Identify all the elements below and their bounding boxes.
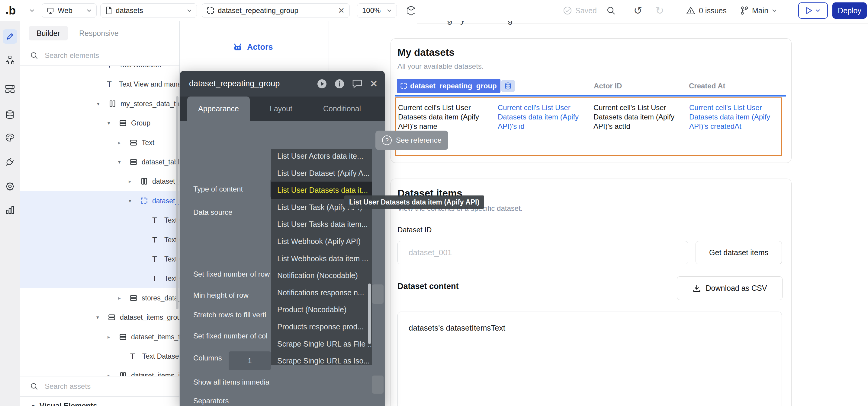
zoom-level: 100% (362, 6, 380, 15)
tree-item-text-view-and-mana[interactable]: T Text View and mana... (20, 74, 179, 94)
close-panel-icon[interactable]: ✕ (370, 78, 377, 89)
data-source-chip[interactable] (501, 80, 515, 92)
sitemap-icon[interactable] (0, 55, 20, 65)
dropdown-scrollbar[interactable] (368, 283, 371, 344)
get-dataset-items-button[interactable]: Get dataset items (695, 241, 782, 264)
database-icon[interactable] (0, 110, 20, 120)
branch-label: Main (752, 6, 768, 15)
download-csv-button[interactable]: Download as CSV (677, 276, 782, 300)
zoom-select[interactable]: 100% (357, 3, 397, 18)
tree-item-dataset-items-group[interactable]: ▾ dataset_items_group (20, 308, 179, 327)
tree-item-text-datasets[interactable]: T Text Datasets (20, 66, 179, 74)
plug-icon[interactable] (0, 158, 20, 167)
search-icon[interactable] (607, 0, 616, 21)
deploy-button[interactable]: Deploy (832, 2, 867, 19)
visual-elements-section[interactable]: ▾ Visual Elements (20, 397, 179, 406)
tree-item-dataset-re[interactable]: ▾ dataset_re... (20, 191, 179, 210)
chevron-down-icon[interactable]: ▾ (107, 120, 119, 126)
tab-layout[interactable]: Layout (270, 97, 292, 121)
tree-item-dataset-ta[interactable]: ▸ dataset_ta... (20, 172, 179, 191)
tab-appearance[interactable]: Appearance (187, 97, 250, 121)
dropdown-option[interactable]: Scrape Single URL as Iso... (271, 352, 372, 365)
repeating-group-cell[interactable]: Current cell's List User Datasets data i… (498, 103, 585, 131)
tab-responsive[interactable]: Responsive (79, 26, 119, 40)
chevron-right-icon[interactable]: ▸ (118, 140, 130, 146)
panel-header[interactable]: dataset_repeating_group ✕ (180, 71, 385, 97)
tree-item-text[interactable]: ▸ Text (20, 133, 179, 152)
search-assets-input[interactable]: Search assets (20, 376, 179, 397)
close-tab-icon[interactable]: ✕ (338, 6, 345, 15)
dropdown-option[interactable]: Scrape Single URL as File ... (271, 335, 372, 352)
clipped-text-fragment: g (507, 21, 514, 27)
tree-item-dataset-table[interactable]: ▾ dataset_table... (20, 152, 179, 172)
tree-item-group[interactable]: ▾ Group (20, 113, 179, 133)
separators-section-label: Separators (193, 397, 229, 405)
left-icon-rail (0, 21, 20, 406)
show-all-items-checkbox[interactable] (372, 376, 383, 394)
chevron-right-icon[interactable]: ▸ (107, 334, 119, 340)
tree-item-text-cu[interactable]: T Text Cu... (20, 249, 179, 269)
page-select[interactable]: datasets (100, 3, 197, 18)
chart-icon[interactable] (0, 205, 20, 214)
nav-item-actors[interactable]: Actors (232, 42, 273, 52)
gear-icon[interactable] (0, 181, 20, 191)
dropdown-option[interactable]: List User Dataset (Apify A... (271, 165, 372, 182)
palette-icon[interactable] (0, 133, 20, 142)
dropdown-option[interactable]: List User Tasks data item... (271, 216, 372, 233)
tree-item-text-cu[interactable]: T Text Cu... (20, 230, 179, 249)
dropdown-option[interactable]: Products response prod... (271, 318, 372, 335)
info-icon[interactable] (334, 79, 345, 89)
tree-scrollbar[interactable] (176, 96, 179, 309)
tree-item-dataset-items-title[interactable]: ▸ dataset_items_title (20, 327, 179, 346)
tab-builder[interactable]: Builder (29, 26, 68, 40)
selected-element-badge[interactable]: dataset_repeating_group (397, 79, 500, 93)
dropdown-option[interactable]: List Webhooks data item ... (271, 250, 372, 267)
tree-item-text-dataset-id[interactable]: T Text Dataset ID (20, 346, 179, 366)
undo-icon[interactable]: ↺ (633, 0, 642, 21)
search-elements-input[interactable]: Search elements (20, 45, 179, 66)
tree-item-my-stores-data-table[interactable]: ▾ my_stores_data_table (20, 94, 179, 113)
dataset-content-box[interactable]: datasets's datasetItemsText (398, 312, 782, 406)
logo-menu-chevron[interactable] (30, 0, 34, 21)
chevron-down-icon[interactable]: ▾ (97, 101, 108, 107)
min-height-input[interactable] (372, 284, 383, 304)
chevron-right-icon[interactable]: ▸ (107, 373, 119, 376)
chevron-right-icon[interactable]: ▸ (118, 295, 130, 301)
chevron-right-icon[interactable]: ▸ (129, 178, 140, 184)
element-tab[interactable]: dataset_repeating_group ✕ (202, 3, 350, 18)
preview-element-icon[interactable] (317, 79, 327, 89)
see-reference-button[interactable]: ? See reference (375, 131, 448, 150)
preview-button[interactable] (798, 2, 828, 19)
pencil-icon[interactable] (0, 32, 20, 41)
dropdown-option[interactable]: List Webhook (Apify API) (271, 233, 372, 250)
widgets-icon[interactable] (0, 84, 20, 94)
branch-select[interactable]: Main (741, 0, 777, 21)
tree-item-text-cu[interactable]: T Text Cu... (20, 269, 179, 288)
repeating-group-cell[interactable]: Current cell's List User Datasets data i… (593, 103, 678, 131)
see-reference-label: See reference (396, 136, 441, 144)
tree-item-stores-data-b[interactable]: ▸ stores_data_b... (20, 289, 179, 308)
repeating-group-outline[interactable]: Current cell's List User Datasets data i… (395, 97, 782, 156)
chevron-down-icon[interactable]: ▾ (118, 159, 130, 165)
chevron-down-icon[interactable]: ▾ (96, 314, 108, 320)
dropdown-option[interactable]: Product (Nocodable) (271, 301, 372, 318)
group-element-icon (130, 294, 142, 302)
dropdown-option[interactable]: Notification (Nocodable) (271, 267, 372, 284)
platform-select[interactable]: Web (42, 3, 97, 18)
dropdown-option[interactable]: Notifications response n... (271, 284, 372, 301)
dataset-id-input[interactable]: dataset_001 (398, 241, 688, 264)
page-icon (105, 7, 112, 14)
dropdown-option[interactable]: List User Actors data ite... (271, 149, 372, 165)
repeating-group-cell[interactable]: Current cell's List User Datasets data i… (398, 103, 498, 131)
tab-conditional[interactable]: Conditional (323, 97, 361, 121)
tree-item-text-cu[interactable]: T Text Cu... (20, 210, 179, 230)
columns-select[interactable]: 1 (229, 351, 271, 370)
component-cube-icon[interactable] (406, 0, 416, 21)
tree-item-dataset-items-in[interactable]: ▸ dataset_items_in... (20, 366, 179, 376)
repeating-group-cell[interactable]: Current cell's List User Datasets data i… (689, 103, 786, 131)
chevron-down-icon[interactable]: ▾ (129, 198, 140, 204)
comment-icon[interactable] (352, 79, 363, 89)
app-logo[interactable]: b (6, 0, 16, 21)
issues-indicator[interactable]: 0 issues (686, 0, 727, 21)
redo-icon[interactable]: ↻ (655, 0, 664, 21)
